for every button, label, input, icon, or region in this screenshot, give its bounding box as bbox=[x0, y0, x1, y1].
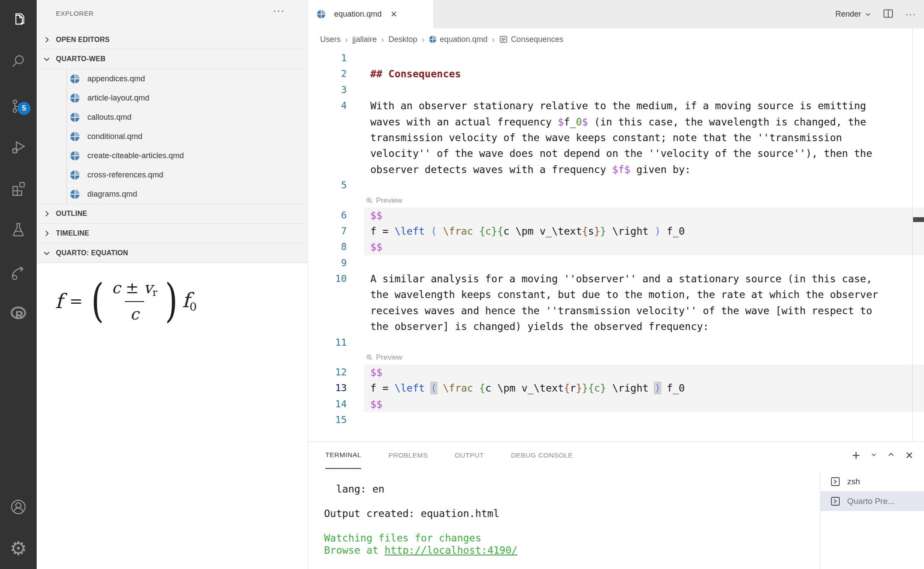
line-number[interactable] bbox=[308, 162, 364, 177]
run-debug-icon[interactable] bbox=[0, 128, 37, 165]
editor-pane[interactable]: 12## Consequences34With an observer stat… bbox=[308, 50, 924, 441]
terminal-session-quarto-pre-[interactable]: Quarto Pre... bbox=[821, 491, 924, 511]
line-number[interactable]: 4 bbox=[308, 98, 364, 114]
line-number[interactable]: 2 bbox=[308, 66, 364, 82]
line-number[interactable]: 7 bbox=[308, 223, 364, 239]
line-number[interactable]: 15 bbox=[308, 412, 364, 428]
editor-line[interactable]: velocity'' of the wave does not depend o… bbox=[308, 146, 924, 161]
quarto-file-icon bbox=[70, 151, 80, 161]
editor-line[interactable]: 14$$ bbox=[308, 396, 924, 412]
line-number[interactable]: 5 bbox=[308, 177, 364, 193]
preview-codelens[interactable]: Preview bbox=[366, 194, 924, 208]
line-number[interactable]: 6 bbox=[308, 208, 364, 223]
panel-tab-problems[interactable]: PROBLEMS bbox=[388, 442, 428, 469]
scrollbar-decoration[interactable] bbox=[913, 217, 924, 222]
editor-line[interactable]: receives waves and hence the ''transmiss… bbox=[308, 303, 924, 319]
fraction: c ± vr c bbox=[107, 279, 163, 323]
editor-line[interactable]: the wavelength keeps constant, but due t… bbox=[308, 287, 924, 302]
line-number[interactable]: 11 bbox=[308, 335, 364, 350]
line-number[interactable]: 13 bbox=[308, 380, 364, 396]
line-number[interactable]: 12 bbox=[308, 364, 364, 380]
settings-gear-icon[interactable]: ⚙ bbox=[0, 530, 37, 567]
section-timeline[interactable]: TIMELINE bbox=[37, 223, 307, 243]
editor-scrollbar-border bbox=[912, 28, 913, 441]
account-icon[interactable] bbox=[0, 489, 37, 525]
section-quarto-web[interactable]: QUARTO-WEB bbox=[37, 49, 307, 69]
line-number[interactable]: 3 bbox=[308, 82, 364, 98]
breadcrumb-item[interactable]: equation.qmd bbox=[440, 35, 487, 44]
section-outline[interactable]: OUTLINE bbox=[37, 204, 307, 223]
editor-line[interactable]: 12$$ bbox=[308, 364, 924, 380]
editor-line[interactable]: waves with an actual frequency $f_0$ (in… bbox=[308, 114, 924, 130]
quarto-preview-icon[interactable] bbox=[0, 254, 37, 291]
file-item[interactable]: conditional.qmd bbox=[37, 127, 307, 146]
panel-tab-terminal[interactable]: TERMINAL bbox=[325, 442, 361, 469]
panel-tab-output[interactable]: OUTPUT bbox=[455, 442, 484, 469]
search-icon[interactable] bbox=[0, 43, 37, 80]
editor-line[interactable]: 5 bbox=[308, 177, 924, 193]
line-number[interactable] bbox=[308, 146, 364, 161]
editor-line[interactable]: 4With an observer stationary relative to… bbox=[308, 98, 924, 114]
extensions-icon[interactable] bbox=[0, 170, 37, 206]
editor-line[interactable]: 1 bbox=[308, 50, 924, 66]
editor-line[interactable]: transmission velocity of the wave keeps … bbox=[308, 130, 924, 146]
terminal-output[interactable]: lang: en Output created: equation.html W… bbox=[324, 483, 517, 556]
line-content: $$ bbox=[364, 208, 924, 223]
editor-line[interactable]: 13f = \left ( \frac {c \pm v_\text{r}}{c… bbox=[308, 380, 924, 396]
line-number[interactable] bbox=[308, 130, 364, 146]
editor-line[interactable]: 11 bbox=[308, 335, 924, 350]
editor-line[interactable]: 8$$ bbox=[308, 239, 924, 255]
editor-line[interactable]: 15 bbox=[308, 412, 924, 428]
terminal-dropdown-icon[interactable] bbox=[871, 451, 877, 459]
line-number[interactable]: 10 bbox=[308, 271, 364, 287]
line-number[interactable] bbox=[308, 114, 364, 130]
editor-line[interactable]: 6$$ bbox=[308, 208, 924, 223]
breadcrumb-item[interactable]: Consequences bbox=[511, 35, 563, 44]
testing-beaker-icon[interactable] bbox=[0, 211, 37, 248]
explorer-icon[interactable] bbox=[0, 1, 37, 38]
render-button[interactable]: Render bbox=[835, 10, 871, 19]
file-item[interactable]: cross-references.qmd bbox=[37, 165, 307, 184]
file-item[interactable]: article-layout.qmd bbox=[37, 88, 307, 108]
section-open-editors[interactable]: OPEN EDITORS bbox=[37, 31, 307, 49]
line-number[interactable] bbox=[308, 303, 364, 319]
sidebar-more-icon[interactable]: ··· bbox=[273, 4, 285, 17]
line-number[interactable]: 1 bbox=[308, 50, 364, 66]
breadcrumb-item[interactable]: Desktop bbox=[388, 35, 417, 44]
r-language-icon[interactable]: R bbox=[0, 295, 37, 332]
editor-line[interactable]: 2## Consequences bbox=[308, 66, 924, 82]
terminal-link[interactable]: http://localhost:4190/ bbox=[384, 545, 517, 556]
line-number[interactable]: 9 bbox=[308, 255, 364, 271]
editor-line[interactable]: the observer] is changed) yields the obs… bbox=[308, 319, 924, 334]
line-number[interactable]: 14 bbox=[308, 396, 364, 412]
line-number[interactable] bbox=[308, 287, 364, 302]
line-number[interactable] bbox=[308, 319, 364, 334]
panel-maximize-icon[interactable] bbox=[887, 451, 895, 460]
line-number[interactable]: 8 bbox=[308, 239, 364, 255]
editor-line[interactable]: 7f = \left ( \frac {c}{c \pm v_\text{s}}… bbox=[308, 223, 924, 239]
panel-close-icon[interactable]: ✕ bbox=[905, 450, 914, 461]
breadcrumb-separator: › bbox=[492, 35, 495, 45]
file-item[interactable]: appendices.qmd bbox=[37, 69, 307, 88]
tab-equation-qmd[interactable]: equation.qmd ✕ bbox=[308, 0, 433, 28]
terminal-session-zsh[interactable]: zsh bbox=[821, 472, 924, 491]
file-item[interactable]: create-citeable-articles.qmd bbox=[37, 146, 307, 165]
editor-more-icon[interactable]: ··· bbox=[905, 9, 916, 20]
section-quarto-equation[interactable]: QUARTO: EQUATION bbox=[37, 243, 307, 263]
file-item[interactable]: callouts.qmd bbox=[37, 108, 307, 127]
editor-line[interactable]: 3 bbox=[308, 82, 924, 98]
preview-codelens[interactable]: Preview bbox=[366, 350, 924, 364]
new-terminal-icon[interactable]: + bbox=[852, 448, 860, 462]
line-content: f = \left ( \frac {c \pm v_\text{r}}{c} … bbox=[364, 380, 924, 396]
breadcrumb-item[interactable]: jjallaire bbox=[352, 35, 377, 44]
editor-line[interactable]: observer detects waves with a frequency … bbox=[308, 162, 924, 177]
split-editor-icon[interactable] bbox=[883, 8, 894, 21]
source-control-icon[interactable]: 5 bbox=[0, 88, 37, 125]
editor-line[interactable]: 10A similar analysis for a moving ''obse… bbox=[308, 271, 924, 287]
file-item[interactable]: diagrams.qmd bbox=[37, 184, 307, 204]
tab-close-icon[interactable]: ✕ bbox=[390, 9, 397, 19]
breadcrumb-item[interactable]: Users bbox=[320, 35, 341, 44]
editor-line[interactable]: 9 bbox=[308, 255, 924, 271]
terminal-line bbox=[324, 520, 517, 532]
panel-tab-debug-console[interactable]: DEBUG CONSOLE bbox=[511, 442, 573, 469]
